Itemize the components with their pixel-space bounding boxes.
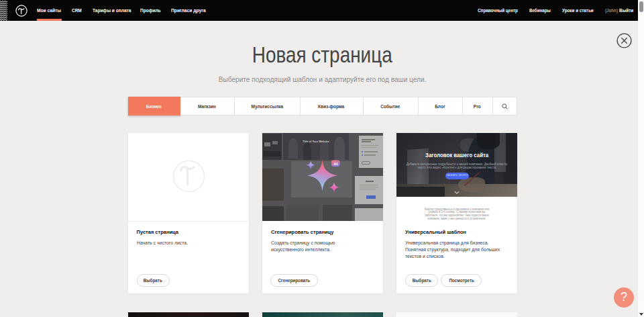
svg-text:AI: AI [333,162,337,166]
